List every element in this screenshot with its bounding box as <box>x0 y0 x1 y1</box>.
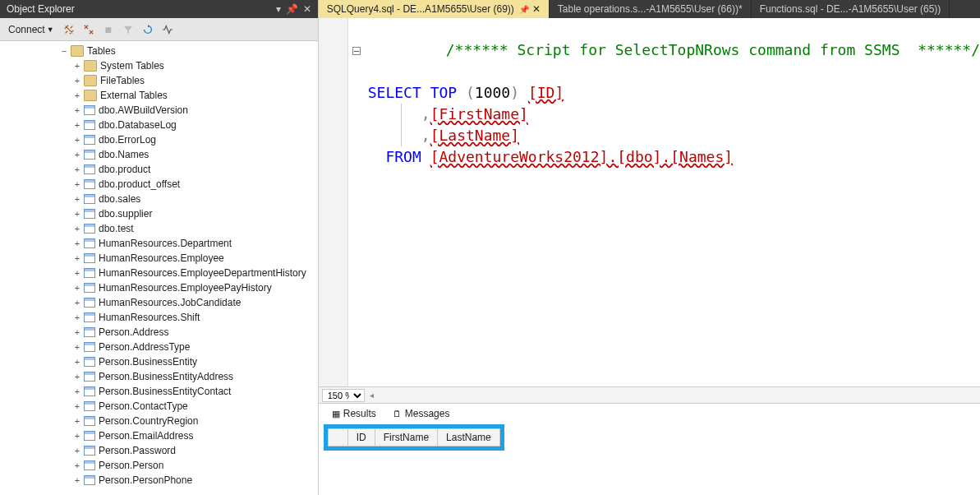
tree-table[interactable]: Person.PersonPhone <box>59 473 318 488</box>
tree-table[interactable]: Person.Person <box>59 458 318 473</box>
results-grid[interactable]: ID FirstName LastName <box>328 428 500 446</box>
tab-results[interactable]: ▦ Results <box>324 406 384 421</box>
close-icon[interactable]: ✕ <box>532 3 541 15</box>
tree-table[interactable]: Person.EmailAddress <box>59 428 318 443</box>
expander-icon[interactable] <box>72 268 82 278</box>
tree-table[interactable]: HumanResources.EmployeePayHistory <box>59 280 318 295</box>
tree-folder[interactable]: External Tables <box>59 88 318 103</box>
expander-icon[interactable] <box>72 164 82 174</box>
tab-messages[interactable]: 🗒 Messages <box>384 406 458 421</box>
expander-icon[interactable] <box>72 416 82 426</box>
activity-icon[interactable] <box>159 21 176 38</box>
tree-table[interactable]: dbo.test <box>59 221 318 236</box>
connect-button[interactable]: Connect ▼ <box>5 22 58 37</box>
table-icon <box>84 357 95 367</box>
expander-icon[interactable] <box>72 194 82 204</box>
row-selector-header[interactable] <box>328 429 347 446</box>
expander-icon[interactable] <box>72 283 82 293</box>
expander-icon[interactable] <box>72 224 82 234</box>
tree-table[interactable]: HumanResources.Shift <box>59 310 318 325</box>
document-tab[interactable]: Functions.sql - DE...-A1M5655\User (65)) <box>752 0 950 18</box>
expander-icon[interactable] <box>72 150 82 160</box>
expander-icon[interactable] <box>72 298 82 308</box>
tree-table[interactable]: Person.BusinessEntityContact <box>59 384 318 399</box>
expander-icon[interactable] <box>72 446 82 456</box>
zoom-bar: 150 % ◂ <box>319 386 980 403</box>
code-line: FROM [AdventureWorks2012].[dbo].[Names] <box>352 146 980 168</box>
nav-left-icon[interactable]: ◂ <box>370 391 374 400</box>
column-header[interactable]: LastName <box>438 429 500 446</box>
tree-table[interactable]: Person.BusinessEntityAddress <box>59 369 318 384</box>
tree-table[interactable]: Person.CountryRegion <box>59 414 318 428</box>
table-icon <box>84 209 95 219</box>
document-tab[interactable]: SQLQuery4.sql - DE...A1M5655\User (69))📌… <box>319 0 550 18</box>
tree-table[interactable]: dbo.DatabaseLog <box>59 118 318 132</box>
expander-icon[interactable] <box>72 431 82 441</box>
expander-icon[interactable] <box>59 46 69 56</box>
tree-table[interactable]: dbo.Names <box>59 147 318 162</box>
tree-table[interactable]: dbo.supplier <box>59 206 318 221</box>
expander-icon[interactable] <box>72 61 82 71</box>
tree-table[interactable]: Person.AddressType <box>59 340 318 354</box>
refresh-icon[interactable] <box>140 21 156 38</box>
tree-table[interactable]: HumanResources.EmployeeDepartmentHistory <box>59 266 318 280</box>
tree-table[interactable]: Person.Address <box>59 325 318 340</box>
zoom-select[interactable]: 150 % <box>322 389 365 402</box>
panel-title-bar[interactable]: Object Explorer ▾ 📌 ✕ <box>0 0 318 18</box>
expander-icon[interactable] <box>72 372 82 382</box>
pin-icon[interactable]: 📌 <box>286 3 298 15</box>
tree-table[interactable]: dbo.sales <box>59 192 318 206</box>
table-icon <box>84 238 95 248</box>
tree-folder[interactable]: System Tables <box>59 58 318 73</box>
pin-icon[interactable]: 📌 <box>519 5 529 14</box>
tree-table[interactable]: Person.ContactType <box>59 399 318 414</box>
tree-table[interactable]: dbo.product <box>59 162 318 177</box>
code-line: /****** Script for SelectTopNRows comman… <box>352 18 980 82</box>
expander-icon[interactable] <box>72 179 82 189</box>
close-icon[interactable]: ✕ <box>303 3 311 15</box>
document-tab[interactable]: Table operations.s...-A1M5655\User (66))… <box>550 0 752 18</box>
tree-table[interactable]: Person.Password <box>59 443 318 458</box>
expander-icon[interactable] <box>72 253 82 263</box>
expander-icon[interactable] <box>72 342 82 352</box>
expander-icon[interactable] <box>72 312 82 322</box>
disconnect-all-icon[interactable] <box>81 21 97 38</box>
table-icon <box>84 327 95 337</box>
tree-table[interactable]: dbo.AWBuildVersion <box>59 103 318 118</box>
expander-icon[interactable] <box>72 401 82 411</box>
expander-icon[interactable] <box>72 135 82 145</box>
code-line: ,[LastName] <box>352 125 980 146</box>
expander-icon[interactable] <box>72 238 82 248</box>
disconnect-icon[interactable] <box>61 21 77 38</box>
stop-icon: ■ <box>100 21 117 38</box>
sql-editor[interactable]: /****** Script for SelectTopNRows comman… <box>319 18 980 386</box>
expander-icon[interactable] <box>72 475 82 485</box>
tree-table[interactable]: dbo.ErrorLog <box>59 132 318 147</box>
column-header[interactable]: FirstName <box>375 429 437 446</box>
expander-icon[interactable] <box>72 90 82 100</box>
table-icon <box>84 386 95 396</box>
results-area: ID FirstName LastName <box>319 421 980 495</box>
tree-table[interactable]: HumanResources.Department <box>59 236 318 251</box>
folder-icon <box>84 60 97 72</box>
column-header[interactable]: ID <box>347 429 375 446</box>
tab-label: SQLQuery4.sql - DE...A1M5655\User (69)) <box>327 3 514 15</box>
expander-icon[interactable] <box>72 120 82 130</box>
table-icon <box>84 475 95 485</box>
expander-icon[interactable] <box>72 105 82 115</box>
expander-icon[interactable] <box>72 460 82 470</box>
expander-icon[interactable] <box>72 76 82 86</box>
object-explorer-tree[interactable]: TablesSystem TablesFileTablesExternal Ta… <box>0 41 318 495</box>
expander-icon[interactable] <box>72 327 82 337</box>
tree-table[interactable]: HumanResources.JobCandidate <box>59 295 318 310</box>
expander-icon[interactable] <box>72 209 82 219</box>
tree-folder[interactable]: FileTables <box>59 73 318 88</box>
dropdown-icon[interactable]: ▾ <box>276 3 281 15</box>
tree-table[interactable]: Person.BusinessEntity <box>59 354 318 369</box>
tree-node-tables[interactable]: Tables <box>59 44 318 58</box>
caret-down-icon: ▼ <box>47 25 54 34</box>
expander-icon[interactable] <box>72 357 82 367</box>
tree-table[interactable]: dbo.product_offset <box>59 177 318 192</box>
expander-icon[interactable] <box>72 386 82 396</box>
tree-table[interactable]: HumanResources.Employee <box>59 251 318 266</box>
